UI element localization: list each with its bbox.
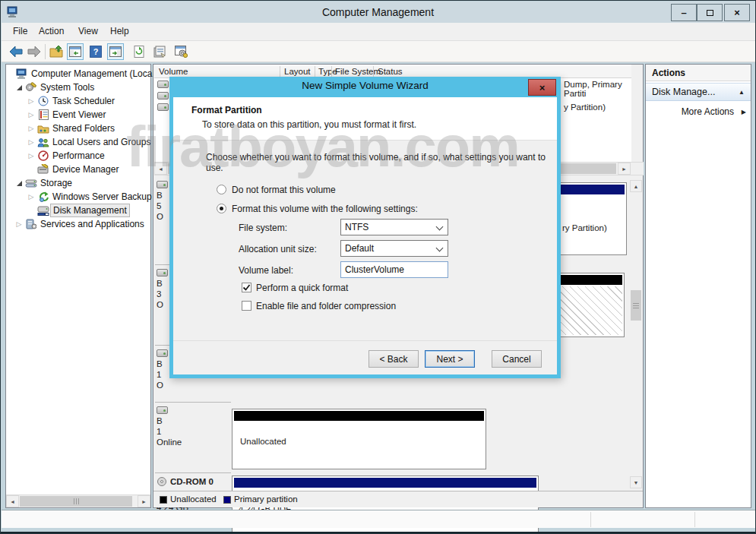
radio-format-volume[interactable] — [217, 204, 226, 213]
export-list-button[interactable] — [48, 43, 65, 60]
maximize-button[interactable] — [697, 4, 723, 21]
scroll-left-button[interactable]: ◄ — [6, 495, 19, 507]
tree-horizontal-scrollbar[interactable]: ◄ ► — [6, 495, 150, 507]
thumb-grip — [633, 303, 639, 308]
unallocated-color-bar — [234, 411, 484, 421]
chevron-collapsed-icon[interactable]: ▷ — [26, 191, 36, 202]
column-layout[interactable]: Layout — [284, 67, 311, 76]
scroll-left-button[interactable]: ◄ — [154, 163, 167, 175]
disk-management-icon — [36, 204, 50, 216]
sidebar-item-services-and-applications[interactable]: ▷ Services and Applications — [14, 217, 147, 231]
scroll-right-button[interactable]: ► — [138, 495, 150, 507]
chevron-expanded-icon[interactable] — [14, 178, 24, 188]
refresh-icon — [134, 46, 144, 58]
forward-icon — [27, 46, 41, 58]
system-tools-icon — [24, 81, 38, 93]
allocation-unit-size-select[interactable]: Default — [340, 240, 448, 257]
column-volume[interactable]: Volume — [159, 67, 188, 76]
graph-vertical-scrollbar[interactable]: ▲ ▼ — [630, 180, 642, 488]
dialog-heading: Format Partition — [191, 105, 262, 115]
minimize-button[interactable]: – — [671, 4, 697, 21]
sidebar-item-system-tools[interactable]: System Tools — [14, 81, 96, 94]
chevron-expanded-icon[interactable] — [14, 82, 24, 93]
actions-header: Actions — [646, 65, 751, 81]
chevron-up-icon[interactable]: ▲ — [739, 89, 745, 96]
volume-row-status-fragment[interactable]: y Partition) — [564, 103, 606, 112]
performance-icon — [36, 150, 50, 162]
partition-status-fragment: ry Partition) — [562, 223, 607, 232]
chevron-down-icon — [436, 245, 444, 252]
menubar: File Action View Help — [2, 23, 756, 41]
column-file-system[interactable]: File System — [335, 67, 381, 76]
quick-format-checkbox[interactable] — [242, 283, 251, 292]
scroll-up-button[interactable]: ▲ — [630, 180, 642, 192]
scroll-right-button[interactable]: ► — [618, 163, 631, 175]
dialog-subheading: To store data on this partition, you mus… — [202, 119, 416, 130]
file-system-label: File system: — [239, 223, 287, 233]
scroll-down-button[interactable]: ▼ — [630, 476, 642, 488]
quick-format-label[interactable]: Perform a quick format — [256, 283, 348, 293]
check-icon — [242, 283, 251, 292]
sidebar-item-task-scheduler[interactable]: ▷ Task Scheduler — [26, 94, 117, 108]
chevron-collapsed-icon[interactable]: ▷ — [26, 96, 36, 106]
cancel-button[interactable]: Cancel — [492, 350, 542, 368]
disk-management-actions-section[interactable]: Disk Manage... ▲ — [646, 83, 751, 101]
device-manager-icon — [36, 163, 50, 175]
compression-label[interactable]: Enable file and folder compression — [256, 301, 396, 311]
sidebar-item-shared-folders[interactable]: ▷ Shared Folders — [26, 122, 117, 135]
menu-view[interactable]: View — [78, 26, 98, 36]
dialog-content: Format Partition To store data on this p… — [173, 97, 557, 374]
properties-button[interactable] — [151, 43, 168, 60]
menu-action[interactable]: Action — [39, 26, 64, 36]
scrollbar-thumb[interactable] — [631, 290, 641, 321]
back-button[interactable]: < Back — [369, 350, 419, 368]
volume-icon — [157, 92, 169, 100]
chevron-collapsed-icon[interactable]: ▷ — [26, 123, 36, 134]
titlebar[interactable]: Computer Management – × — [1, 2, 755, 23]
forward-button[interactable] — [26, 43, 43, 60]
radio-do-not-format-label[interactable]: Do not format this volume — [232, 185, 336, 195]
chevron-collapsed-icon[interactable]: ▷ — [26, 150, 36, 161]
close-button[interactable]: × — [724, 4, 750, 21]
sidebar-item-computer-management[interactable]: Computer Management (Local — [15, 67, 157, 81]
refresh-button[interactable] — [131, 43, 147, 60]
menu-file[interactable]: File — [13, 26, 27, 36]
unallocated-label: Unallocated — [240, 437, 286, 446]
unallocated-box[interactable]: Unallocated — [232, 409, 486, 469]
chevron-collapsed-icon[interactable]: ▷ — [14, 219, 24, 229]
chevron-collapsed-icon[interactable]: ▷ — [26, 137, 36, 147]
event-viewer-icon — [36, 109, 50, 121]
volume-label-input[interactable] — [340, 261, 448, 278]
toolbar: ? — [2, 41, 756, 62]
more-actions-item[interactable]: More Actions ▶ — [646, 104, 751, 119]
maximize-icon — [707, 10, 713, 16]
allocation-unit-size-label: Allocation unit size: — [239, 244, 317, 254]
back-button[interactable] — [8, 43, 24, 60]
menu-help[interactable]: Help — [110, 26, 129, 36]
sidebar-item-storage[interactable]: Storage — [14, 176, 74, 190]
action-pane-toggle-button[interactable] — [107, 43, 124, 60]
column-status[interactable]: Status — [378, 67, 403, 76]
unallocated-legend-swatch — [160, 496, 167, 504]
dialog-close-button[interactable]: × — [528, 79, 556, 96]
disk-icon — [157, 406, 168, 414]
volume-row-status-fragment[interactable]: Dump, Primary Partiti — [564, 80, 631, 98]
next-button[interactable]: Next > — [425, 350, 475, 368]
radio-do-not-format[interactable] — [217, 185, 226, 194]
console-tree-toggle-button[interactable] — [67, 43, 84, 60]
help-button[interactable]: ? — [87, 43, 104, 60]
close-icon: × — [539, 82, 546, 93]
disk-settings-button[interactable] — [172, 43, 189, 60]
users-icon — [36, 136, 50, 148]
scrollbar-thumb[interactable] — [20, 496, 132, 507]
file-system-select[interactable]: NTFS — [340, 219, 448, 235]
chevron-collapsed-icon[interactable]: ▷ — [26, 109, 36, 120]
sidebar-item-event-viewer[interactable]: ▷ Event Viewer — [26, 108, 108, 122]
sidebar-item-disk-management[interactable]: Disk Management — [26, 204, 130, 217]
sidebar-item-performance[interactable]: ▷ Performance — [26, 149, 107, 163]
radio-format-volume-label[interactable]: Format this volume with the following se… — [232, 204, 418, 214]
sidebar-item-device-manager[interactable]: Device Manager — [26, 163, 121, 176]
sidebar-item-windows-server-backup[interactable]: ▷ Windows Server Backup — [26, 190, 154, 204]
compression-checkbox[interactable] — [242, 301, 251, 311]
sidebar-item-local-users-and-groups[interactable]: ▷ Local Users and Groups — [26, 135, 153, 149]
